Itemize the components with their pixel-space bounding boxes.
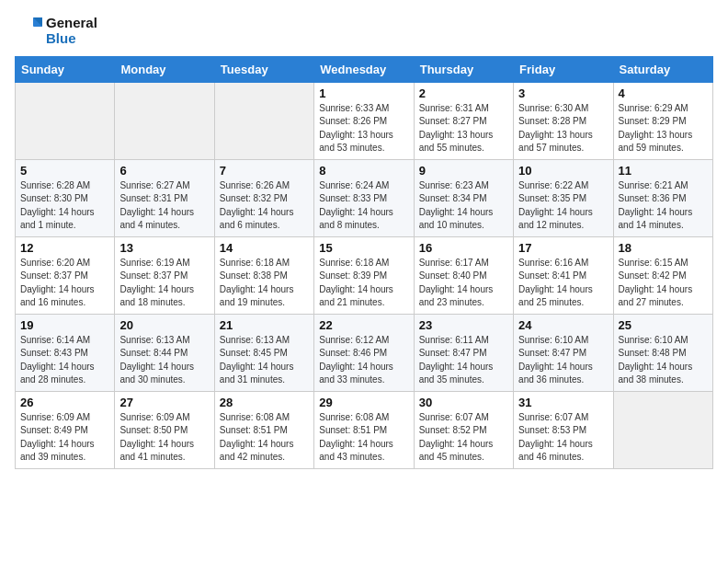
calendar-cell: 19Sunrise: 6:14 AMSunset: 8:43 PMDayligh… bbox=[16, 314, 115, 391]
day-info: Sunrise: 6:28 AMSunset: 8:30 PMDaylight:… bbox=[20, 179, 109, 233]
day-info: Sunrise: 6:09 AMSunset: 8:49 PMDaylight:… bbox=[20, 411, 109, 465]
day-number: 11 bbox=[619, 164, 708, 178]
calendar-cell: 1Sunrise: 6:33 AMSunset: 8:26 PMDaylight… bbox=[314, 82, 414, 159]
calendar-cell: 20Sunrise: 6:13 AMSunset: 8:44 PMDayligh… bbox=[115, 314, 214, 391]
day-info: Sunrise: 6:24 AMSunset: 8:33 PMDaylight:… bbox=[319, 179, 408, 233]
day-info: Sunrise: 6:18 AMSunset: 8:38 PMDaylight:… bbox=[220, 257, 309, 310]
calendar-cell bbox=[16, 82, 115, 159]
calendar-week-row: 1Sunrise: 6:33 AMSunset: 8:26 PMDaylight… bbox=[16, 82, 713, 159]
day-of-week-header: Sunday bbox=[16, 56, 115, 82]
day-of-week-header: Monday bbox=[115, 56, 214, 82]
day-number: 23 bbox=[419, 318, 508, 332]
day-info: Sunrise: 6:12 AMSunset: 8:46 PMDaylight:… bbox=[319, 334, 408, 387]
day-number: 31 bbox=[518, 396, 608, 409]
day-number: 24 bbox=[518, 318, 608, 332]
day-of-week-header: Friday bbox=[514, 56, 613, 82]
day-info: Sunrise: 6:15 AMSunset: 8:42 PMDaylight:… bbox=[619, 257, 708, 310]
day-info: Sunrise: 6:27 AMSunset: 8:31 PMDaylight:… bbox=[119, 179, 209, 233]
day-number: 5 bbox=[20, 164, 109, 178]
calendar-cell bbox=[115, 82, 214, 159]
calendar-cell: 5Sunrise: 6:28 AMSunset: 8:30 PMDaylight… bbox=[16, 159, 115, 236]
day-number: 15 bbox=[319, 241, 408, 255]
calendar-cell: 11Sunrise: 6:21 AMSunset: 8:36 PMDayligh… bbox=[613, 159, 712, 236]
page-header: General Blue bbox=[15, 15, 713, 47]
day-info: Sunrise: 6:26 AMSunset: 8:32 PMDaylight:… bbox=[220, 179, 309, 233]
day-number: 22 bbox=[319, 318, 408, 332]
day-info: Sunrise: 6:13 AMSunset: 8:44 PMDaylight:… bbox=[119, 334, 209, 387]
logo-blue-text: Blue bbox=[46, 30, 97, 46]
calendar-cell: 14Sunrise: 6:18 AMSunset: 8:38 PMDayligh… bbox=[214, 236, 313, 314]
calendar-cell: 25Sunrise: 6:10 AMSunset: 8:48 PMDayligh… bbox=[613, 314, 712, 391]
calendar-cell: 10Sunrise: 6:22 AMSunset: 8:35 PMDayligh… bbox=[514, 159, 613, 236]
day-number: 17 bbox=[518, 241, 608, 255]
day-number: 2 bbox=[419, 86, 508, 100]
day-info: Sunrise: 6:20 AMSunset: 8:37 PMDaylight:… bbox=[20, 257, 109, 310]
day-info: Sunrise: 6:10 AMSunset: 8:48 PMDaylight:… bbox=[619, 334, 708, 387]
day-info: Sunrise: 6:31 AMSunset: 8:27 PMDaylight:… bbox=[419, 102, 508, 155]
day-info: Sunrise: 6:23 AMSunset: 8:34 PMDaylight:… bbox=[419, 179, 508, 233]
calendar-week-row: 19Sunrise: 6:14 AMSunset: 8:43 PMDayligh… bbox=[16, 314, 713, 391]
calendar-cell: 17Sunrise: 6:16 AMSunset: 8:41 PMDayligh… bbox=[514, 236, 613, 314]
day-info: Sunrise: 6:14 AMSunset: 8:43 PMDaylight:… bbox=[20, 334, 109, 387]
day-info: Sunrise: 6:10 AMSunset: 8:47 PMDaylight:… bbox=[518, 334, 608, 387]
day-number: 26 bbox=[20, 396, 109, 409]
day-info: Sunrise: 6:08 AMSunset: 8:51 PMDaylight:… bbox=[220, 411, 309, 465]
calendar-cell: 4Sunrise: 6:29 AMSunset: 8:29 PMDaylight… bbox=[613, 82, 712, 159]
day-number: 10 bbox=[518, 164, 608, 178]
day-info: Sunrise: 6:08 AMSunset: 8:51 PMDaylight:… bbox=[319, 411, 408, 465]
calendar-cell: 6Sunrise: 6:27 AMSunset: 8:31 PMDaylight… bbox=[115, 159, 214, 236]
day-info: Sunrise: 6:13 AMSunset: 8:45 PMDaylight:… bbox=[220, 334, 309, 387]
day-of-week-header: Saturday bbox=[613, 56, 712, 82]
calendar-cell: 30Sunrise: 6:07 AMSunset: 8:52 PMDayligh… bbox=[414, 391, 513, 468]
day-info: Sunrise: 6:07 AMSunset: 8:53 PMDaylight:… bbox=[518, 411, 608, 465]
day-number: 18 bbox=[619, 241, 708, 255]
day-info: Sunrise: 6:19 AMSunset: 8:37 PMDaylight:… bbox=[119, 257, 209, 310]
day-number: 16 bbox=[419, 241, 508, 255]
calendar-week-row: 5Sunrise: 6:28 AMSunset: 8:30 PMDaylight… bbox=[16, 159, 713, 236]
calendar-header-row: SundayMondayTuesdayWednesdayThursdayFrid… bbox=[16, 56, 713, 82]
day-number: 28 bbox=[220, 396, 309, 409]
day-number: 3 bbox=[518, 86, 608, 100]
calendar-cell: 3Sunrise: 6:30 AMSunset: 8:28 PMDaylight… bbox=[514, 82, 613, 159]
day-of-week-header: Thursday bbox=[414, 56, 513, 82]
day-number: 29 bbox=[319, 396, 408, 409]
day-number: 7 bbox=[220, 164, 309, 178]
day-of-week-header: Tuesday bbox=[214, 56, 313, 82]
calendar-cell bbox=[214, 82, 313, 159]
day-number: 6 bbox=[119, 164, 209, 178]
calendar-cell: 28Sunrise: 6:08 AMSunset: 8:51 PMDayligh… bbox=[214, 391, 313, 468]
day-info: Sunrise: 6:21 AMSunset: 8:36 PMDaylight:… bbox=[619, 179, 708, 233]
day-number: 8 bbox=[319, 164, 408, 178]
day-number: 27 bbox=[119, 396, 209, 409]
calendar-week-row: 26Sunrise: 6:09 AMSunset: 8:49 PMDayligh… bbox=[16, 391, 713, 468]
calendar-cell: 29Sunrise: 6:08 AMSunset: 8:51 PMDayligh… bbox=[314, 391, 414, 468]
calendar-cell: 21Sunrise: 6:13 AMSunset: 8:45 PMDayligh… bbox=[214, 314, 313, 391]
day-number: 9 bbox=[419, 164, 508, 178]
day-number: 20 bbox=[119, 318, 209, 332]
day-info: Sunrise: 6:09 AMSunset: 8:50 PMDaylight:… bbox=[119, 411, 209, 465]
calendar-cell: 12Sunrise: 6:20 AMSunset: 8:37 PMDayligh… bbox=[16, 236, 115, 314]
day-number: 19 bbox=[20, 318, 109, 332]
day-number: 12 bbox=[20, 241, 109, 255]
calendar-cell: 31Sunrise: 6:07 AMSunset: 8:53 PMDayligh… bbox=[514, 391, 613, 468]
day-number: 14 bbox=[220, 241, 309, 255]
calendar-table: SundayMondayTuesdayWednesdayThursdayFrid… bbox=[15, 56, 713, 469]
day-number: 25 bbox=[619, 318, 708, 332]
day-info: Sunrise: 6:29 AMSunset: 8:29 PMDaylight:… bbox=[619, 102, 708, 155]
day-info: Sunrise: 6:17 AMSunset: 8:40 PMDaylight:… bbox=[419, 257, 508, 310]
calendar-cell: 16Sunrise: 6:17 AMSunset: 8:40 PMDayligh… bbox=[414, 236, 513, 314]
calendar-cell: 2Sunrise: 6:31 AMSunset: 8:27 PMDaylight… bbox=[414, 82, 513, 159]
calendar-cell: 24Sunrise: 6:10 AMSunset: 8:47 PMDayligh… bbox=[514, 314, 613, 391]
calendar-cell: 8Sunrise: 6:24 AMSunset: 8:33 PMDaylight… bbox=[314, 159, 414, 236]
calendar-week-row: 12Sunrise: 6:20 AMSunset: 8:37 PMDayligh… bbox=[16, 236, 713, 314]
day-info: Sunrise: 6:16 AMSunset: 8:41 PMDaylight:… bbox=[518, 257, 608, 310]
day-number: 21 bbox=[220, 318, 309, 332]
calendar-cell: 26Sunrise: 6:09 AMSunset: 8:49 PMDayligh… bbox=[16, 391, 115, 468]
day-number: 13 bbox=[119, 241, 209, 255]
day-info: Sunrise: 6:07 AMSunset: 8:52 PMDaylight:… bbox=[419, 411, 508, 465]
day-number: 1 bbox=[319, 86, 408, 100]
calendar-cell bbox=[613, 391, 712, 468]
calendar-cell: 22Sunrise: 6:12 AMSunset: 8:46 PMDayligh… bbox=[314, 314, 414, 391]
logo-icon bbox=[15, 16, 44, 45]
calendar-cell: 7Sunrise: 6:26 AMSunset: 8:32 PMDaylight… bbox=[214, 159, 313, 236]
